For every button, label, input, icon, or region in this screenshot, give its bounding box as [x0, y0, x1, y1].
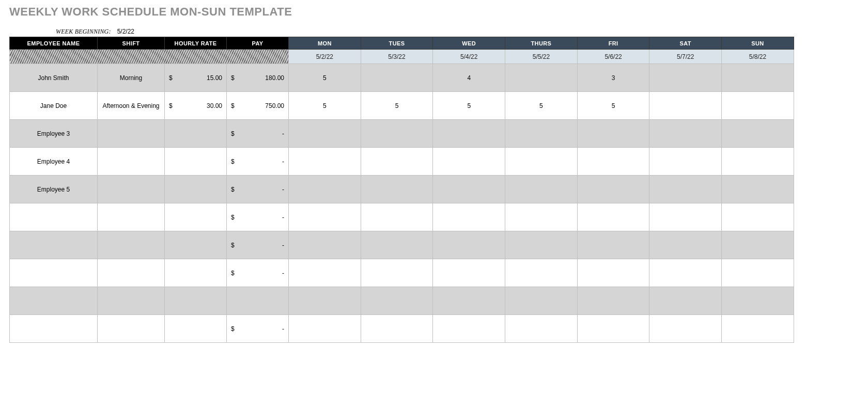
cell-hours-day5[interactable] — [649, 203, 722, 231]
cell-hourly-rate[interactable] — [165, 176, 227, 203]
cell-shift[interactable] — [98, 259, 165, 287]
cell-hours-day2[interactable] — [433, 231, 505, 259]
cell-pay[interactable]: $- — [227, 120, 289, 148]
cell-hours-day4[interactable] — [577, 315, 649, 343]
cell-hours-day3[interactable] — [505, 287, 578, 315]
cell-hourly-rate[interactable] — [165, 203, 227, 231]
cell-shift[interactable] — [98, 120, 165, 148]
cell-hours-day2[interactable] — [433, 315, 505, 343]
cell-hours-day1[interactable] — [361, 287, 433, 315]
cell-hours-day4[interactable] — [577, 203, 649, 231]
cell-hourly-rate[interactable] — [165, 120, 227, 148]
cell-hours-day1[interactable] — [361, 315, 433, 343]
cell-hours-day4[interactable] — [577, 259, 649, 287]
cell-hours-day1[interactable] — [361, 64, 433, 92]
week-beginning-value[interactable]: 5/2/22 — [117, 28, 134, 35]
cell-hours-day5[interactable] — [649, 92, 722, 120]
cell-hours-day1[interactable] — [361, 259, 433, 287]
cell-hours-day3[interactable] — [505, 148, 578, 176]
cell-hours-day6[interactable] — [722, 231, 794, 259]
cell-hours-day1[interactable] — [361, 148, 433, 176]
cell-hours-day2[interactable] — [433, 120, 505, 148]
cell-shift[interactable]: Morning — [98, 64, 165, 92]
cell-hours-day5[interactable] — [649, 231, 722, 259]
cell-hours-day5[interactable] — [649, 64, 722, 92]
cell-hours-day3[interactable] — [505, 64, 578, 92]
cell-hours-day2[interactable] — [433, 203, 505, 231]
cell-hours-day1[interactable] — [361, 203, 433, 231]
cell-hourly-rate[interactable]: $30.00 — [165, 92, 227, 120]
cell-hours-day0[interactable] — [289, 203, 361, 231]
cell-shift[interactable] — [98, 176, 165, 203]
cell-shift[interactable] — [98, 203, 165, 231]
cell-hourly-rate[interactable] — [165, 231, 227, 259]
cell-hours-day6[interactable] — [722, 287, 794, 315]
cell-hours-day4[interactable] — [577, 120, 649, 148]
cell-hours-day0[interactable] — [289, 148, 361, 176]
cell-employee-name[interactable]: Jane Doe — [10, 92, 98, 120]
cell-shift[interactable]: Afternoon & Evening — [98, 92, 165, 120]
cell-employee-name[interactable] — [10, 315, 98, 343]
cell-hours-day6[interactable] — [722, 259, 794, 287]
cell-hourly-rate[interactable] — [165, 315, 227, 343]
cell-hours-day0[interactable]: 5 — [289, 92, 361, 120]
cell-employee-name[interactable]: Employee 3 — [10, 120, 98, 148]
cell-shift[interactable] — [98, 315, 165, 343]
cell-pay[interactable] — [227, 287, 289, 315]
cell-hourly-rate[interactable] — [165, 148, 227, 176]
cell-hours-day1[interactable] — [361, 231, 433, 259]
cell-hours-day6[interactable] — [722, 148, 794, 176]
cell-hours-day2[interactable] — [433, 259, 505, 287]
cell-hours-day2[interactable]: 4 — [433, 64, 505, 92]
cell-hours-day6[interactable] — [722, 315, 794, 343]
cell-hours-day0[interactable] — [289, 176, 361, 203]
cell-hours-day6[interactable] — [722, 92, 794, 120]
cell-shift[interactable] — [98, 231, 165, 259]
cell-hours-day5[interactable] — [649, 176, 722, 203]
cell-employee-name[interactable] — [10, 203, 98, 231]
cell-hours-day4[interactable] — [577, 287, 649, 315]
cell-hours-day3[interactable]: 5 — [505, 92, 578, 120]
cell-hours-day2[interactable] — [433, 176, 505, 203]
cell-hours-day2[interactable] — [433, 148, 505, 176]
cell-hours-day6[interactable] — [722, 64, 794, 92]
cell-hours-day3[interactable] — [505, 203, 578, 231]
cell-hours-day0[interactable] — [289, 231, 361, 259]
cell-hours-day4[interactable] — [577, 148, 649, 176]
cell-hours-day1[interactable] — [361, 176, 433, 203]
cell-hours-day4[interactable] — [577, 231, 649, 259]
cell-hours-day3[interactable] — [505, 259, 578, 287]
cell-pay[interactable]: $- — [227, 176, 289, 203]
cell-hours-day5[interactable] — [649, 315, 722, 343]
cell-hours-day3[interactable] — [505, 176, 578, 203]
cell-hours-day3[interactable] — [505, 315, 578, 343]
cell-hourly-rate[interactable]: $15.00 — [165, 64, 227, 92]
cell-pay[interactable]: $- — [227, 231, 289, 259]
cell-hours-day1[interactable] — [361, 120, 433, 148]
cell-hours-day3[interactable] — [505, 120, 578, 148]
cell-hours-day2[interactable]: 5 — [433, 92, 505, 120]
cell-hours-day5[interactable] — [649, 287, 722, 315]
cell-hours-day6[interactable] — [722, 120, 794, 148]
cell-pay[interactable]: $180.00 — [227, 64, 289, 92]
cell-hours-day5[interactable] — [649, 148, 722, 176]
cell-hours-day3[interactable] — [505, 231, 578, 259]
cell-hours-day6[interactable] — [722, 176, 794, 203]
cell-hours-day2[interactable] — [433, 287, 505, 315]
cell-hours-day4[interactable] — [577, 176, 649, 203]
cell-pay[interactable]: $750.00 — [227, 92, 289, 120]
cell-hours-day0[interactable] — [289, 315, 361, 343]
cell-hours-day5[interactable] — [649, 259, 722, 287]
cell-pay[interactable]: $- — [227, 203, 289, 231]
cell-hours-day1[interactable]: 5 — [361, 92, 433, 120]
cell-hours-day4[interactable]: 3 — [577, 64, 649, 92]
cell-hours-day0[interactable] — [289, 259, 361, 287]
cell-pay[interactable]: $- — [227, 315, 289, 343]
cell-shift[interactable] — [98, 287, 165, 315]
cell-employee-name[interactable] — [10, 259, 98, 287]
cell-employee-name[interactable]: Employee 4 — [10, 148, 98, 176]
cell-hours-day0[interactable]: 5 — [289, 64, 361, 92]
cell-pay[interactable]: $- — [227, 148, 289, 176]
cell-hours-day0[interactable] — [289, 120, 361, 148]
cell-employee-name[interactable] — [10, 231, 98, 259]
